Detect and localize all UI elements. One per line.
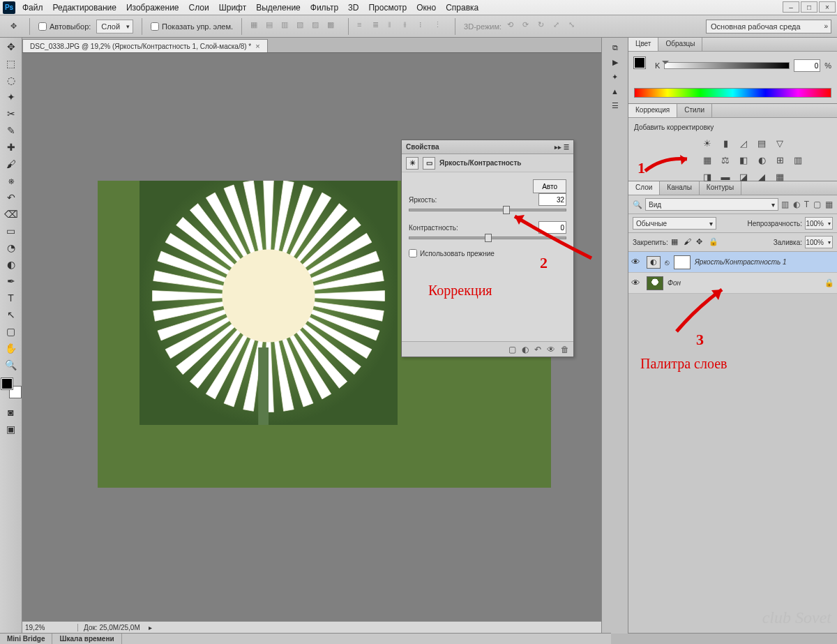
healing-tool[interactable]: ✚ [3, 140, 20, 155]
crop-tool[interactable]: ✂ [3, 106, 20, 121]
tab-color[interactable]: Цвет [628, 38, 658, 51]
history-brush-tool[interactable]: ↶ [3, 190, 20, 205]
k-slider[interactable] [664, 62, 790, 69]
layer-name[interactable]: Яркость/Контрастность 1 [695, 258, 787, 266]
history-icon[interactable]: ⧉ [612, 43, 618, 52]
layer-thumb[interactable] [647, 276, 663, 290]
lock-all-icon[interactable]: 🔒 [709, 237, 718, 247]
blur-tool[interactable]: ◔ [3, 240, 20, 255]
tab-channels[interactable]: Каналы [660, 181, 700, 195]
opacity-value[interactable]: 100% [805, 217, 833, 230]
pen-tool[interactable]: ✒ [3, 274, 20, 289]
panel-color-swatches[interactable] [634, 57, 651, 74]
filter-shape-icon[interactable]: ▢ [813, 200, 821, 209]
tab-mini-bridge[interactable]: Mini Bridge [0, 634, 52, 644]
histogram-icon[interactable]: ▲ [611, 87, 619, 96]
wand-tool[interactable]: ✦ [3, 89, 20, 105]
menu-edit[interactable]: Редактирование [53, 3, 116, 13]
rect-tool[interactable]: ▢ [3, 324, 20, 339]
adj-vibrance-icon[interactable]: ▽ [774, 137, 786, 149]
adj-invert-icon[interactable]: ◨ [701, 170, 714, 183]
actions-icon[interactable]: ▶ [612, 58, 618, 67]
menu-select[interactable]: Выделение [256, 3, 301, 13]
tab-timeline[interactable]: Шкала времени [52, 634, 121, 644]
menu-window[interactable]: Окно [416, 3, 436, 13]
type-tool[interactable]: T [3, 290, 20, 306]
adj-brightness-icon[interactable]: ☀ [701, 137, 714, 149]
mask-thumb[interactable] [674, 255, 691, 269]
layer-name[interactable]: Фон [668, 279, 681, 287]
quickmask-toggle[interactable]: ◙ [3, 405, 20, 420]
layer-row-background[interactable]: 👁 Фон 🔒 [628, 273, 837, 294]
clip-icon[interactable]: ◐ [522, 345, 529, 354]
menu-view[interactable]: Просмотр [368, 3, 407, 13]
menu-type[interactable]: Шрифт [219, 3, 246, 13]
reset-icon[interactable]: ↶ [534, 345, 541, 354]
close-tab-icon[interactable]: × [255, 42, 259, 50]
brush-tool[interactable]: 🖌 [3, 156, 20, 172]
lock-move-icon[interactable]: ✥ [696, 237, 706, 247]
menu-filter[interactable]: Фильтр [310, 3, 338, 13]
auto-button[interactable]: Авто [533, 179, 566, 193]
contrast-input[interactable] [538, 221, 566, 234]
window-maximize-button[interactable]: □ [801, 1, 817, 13]
dodge-tool[interactable]: ◐ [3, 257, 20, 272]
workspace-select[interactable]: Основная рабочая среда [706, 20, 831, 33]
adj-mixer-icon[interactable]: ⊞ [774, 153, 786, 166]
brightness-slider[interactable] [409, 209, 566, 211]
hand-tool[interactable]: ✋ [3, 340, 20, 356]
adj-bw-icon[interactable]: ◧ [737, 153, 750, 166]
menu-help[interactable]: Справка [446, 3, 478, 13]
tab-styles[interactable]: Стили [677, 104, 712, 117]
menu-file[interactable]: Файл [22, 3, 43, 13]
lock-paint-icon[interactable]: 🖌 [684, 237, 693, 247]
path-tool[interactable]: ↖ [3, 307, 20, 322]
lasso-tool[interactable]: ◌ [3, 73, 20, 88]
menu-layer[interactable]: Слои [189, 3, 209, 13]
document-tab[interactable]: DSC_0338.JPG @ 19,2% (Яркость/Контрастно… [22, 39, 268, 52]
tab-paths[interactable]: Контуры [700, 181, 741, 195]
delete-icon[interactable]: 🗑 [561, 345, 569, 354]
adj-lookup-icon[interactable]: ▥ [792, 153, 804, 166]
info-icon[interactable]: ☰ [612, 101, 619, 110]
zoom-value[interactable]: 19,2% [22, 624, 78, 631]
adj-hue-icon[interactable]: ▦ [701, 153, 714, 166]
show-controls-checkbox[interactable]: Показать упр. элем. [151, 22, 233, 31]
adj-gradient-icon[interactable]: ◢ [755, 170, 768, 183]
nav-icon[interactable]: ✦ [612, 73, 618, 82]
screenmode-toggle[interactable]: ▣ [3, 421, 20, 437]
adj-levels-icon[interactable]: ▮ [719, 137, 732, 149]
adj-threshold-icon[interactable]: ◪ [737, 170, 750, 183]
contrast-slider[interactable] [409, 237, 566, 239]
adj-posterize-icon[interactable]: ▬ [719, 170, 732, 183]
eyedropper-tool[interactable]: ✎ [3, 123, 20, 138]
blend-mode-select[interactable]: Обычные [633, 217, 716, 230]
tab-adjustments[interactable]: Коррекция [628, 104, 677, 117]
adj-balance-icon[interactable]: ⚖ [719, 153, 732, 166]
window-close-button[interactable]: × [819, 1, 836, 13]
adj-curves-icon[interactable]: ◿ [737, 137, 750, 149]
visibility-icon[interactable]: 👁 [631, 257, 642, 267]
window-minimize-button[interactable]: – [783, 1, 799, 13]
adj-selective-icon[interactable]: ▦ [774, 170, 786, 183]
adj-photo-icon[interactable]: ◐ [755, 153, 768, 166]
lock-pixels-icon[interactable]: ▦ [671, 237, 681, 247]
autoselect-checkbox[interactable]: Автовыбор: [38, 22, 91, 31]
filter-adj-icon[interactable]: ◐ [793, 200, 800, 209]
gradient-tool[interactable]: ▭ [3, 223, 20, 239]
brightness-input[interactable] [538, 193, 566, 206]
adj-exposure-icon[interactable]: ▤ [755, 137, 768, 149]
spectrum-bar[interactable] [634, 88, 831, 98]
layer-filter-select[interactable]: Вид [645, 198, 778, 211]
foreground-color-swatch[interactable] [1, 378, 13, 389]
move-tool[interactable]: ✥ [3, 39, 20, 54]
view-prev-icon[interactable]: ▢ [508, 345, 516, 354]
layer-row-adjustment[interactable]: 👁 ◐ ⎋ Яркость/Контрастность 1 [628, 252, 837, 273]
zoom-tool[interactable]: 🔍 [3, 357, 20, 373]
filter-image-icon[interactable]: ▥ [781, 200, 789, 209]
visibility-icon[interactable]: 👁 [631, 278, 642, 288]
fill-value[interactable]: 100% [805, 236, 833, 248]
autoselect-mode-select[interactable]: Слой [96, 20, 133, 33]
menu-3d[interactable]: 3D [348, 3, 359, 13]
mask-icon[interactable]: ▭ [423, 157, 435, 170]
